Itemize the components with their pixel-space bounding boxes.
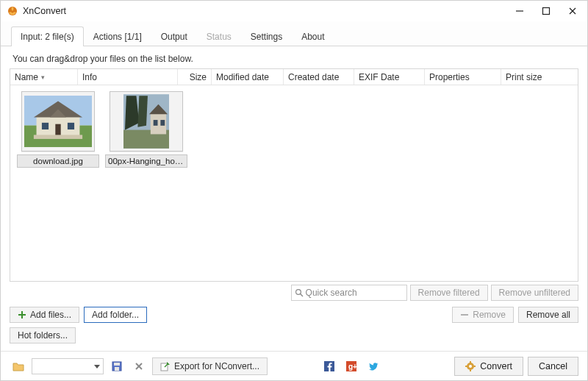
hot-folders-row: Hot folders... [10, 327, 578, 343]
quick-search-input[interactable]: Quick search [291, 285, 407, 301]
tab-strip: Input: 2 file(s) Actions [1/1] Output St… [1, 21, 587, 46]
column-modified-date[interactable]: Modified date [212, 69, 284, 85]
svg-marker-27 [94, 365, 100, 368]
footer-bar: Export for NConvert... g+ Convert Cancel [1, 352, 587, 380]
svg-point-22 [295, 290, 301, 295]
svg-rect-11 [68, 123, 74, 129]
filter-row: Quick search Remove filtered Remove unfi… [10, 285, 578, 301]
remove-all-button[interactable]: Remove all [518, 307, 578, 323]
svg-marker-17 [137, 96, 148, 127]
drag-drop-hint: You can drag&drop your files on the list… [12, 54, 578, 64]
svg-rect-29 [114, 363, 120, 366]
column-headers: Name ▾ Info Size Modified date Created d… [10, 69, 578, 85]
svg-rect-43 [473, 366, 476, 367]
column-name[interactable]: Name ▾ [10, 69, 78, 85]
svg-rect-20 [154, 120, 158, 126]
delete-preset-button[interactable] [130, 358, 148, 374]
open-folder-button[interactable] [10, 358, 27, 374]
file-tile[interactable]: 00px-Hanging_house.. [104, 91, 188, 174]
title-bar: XnConvert [1, 1, 587, 21]
svg-rect-25 [18, 314, 26, 316]
gear-icon [465, 361, 476, 371]
facebook-icon[interactable] [320, 358, 338, 374]
column-info[interactable]: Info [78, 69, 178, 85]
remove-unfiltered-button[interactable]: Remove unfiltered [491, 285, 578, 301]
search-icon [295, 288, 304, 297]
add-folder-button[interactable]: Add folder... [84, 307, 147, 323]
tab-settings[interactable]: Settings [241, 26, 292, 46]
app-icon [7, 5, 18, 17]
svg-rect-2 [543, 8, 550, 15]
svg-rect-10 [42, 123, 49, 129]
sort-indicator-icon: ▾ [41, 74, 45, 81]
file-caption: download.jpg [17, 154, 99, 168]
svg-text:g+: g+ [348, 363, 356, 371]
column-exif-date[interactable]: EXIF Date [354, 69, 425, 85]
remove-filtered-button[interactable]: Remove filtered [410, 285, 488, 301]
add-files-button[interactable]: Add files... [10, 307, 79, 323]
preset-combo[interactable] [32, 358, 104, 374]
thumbnail [21, 91, 95, 152]
svg-rect-26 [461, 314, 468, 316]
chevron-down-icon [94, 363, 100, 369]
svg-point-39 [469, 365, 472, 368]
close-button[interactable] [559, 1, 586, 21]
tab-output[interactable]: Output [151, 26, 197, 46]
tab-actions[interactable]: Actions [1/1] [84, 26, 151, 46]
add-remove-row: Add files... Add folder... Remove Remove… [10, 307, 578, 323]
column-size[interactable]: Size [178, 69, 212, 85]
column-created-date[interactable]: Created date [284, 69, 354, 85]
thumbnail-area[interactable]: download.jpg [10, 85, 578, 281]
google-plus-icon[interactable]: g+ [343, 358, 360, 374]
svg-rect-42 [465, 366, 467, 367]
svg-rect-30 [115, 367, 119, 371]
tab-input[interactable]: Input: 2 file(s) [11, 26, 84, 46]
svg-rect-41 [470, 369, 471, 371]
tab-about[interactable]: About [292, 26, 334, 46]
window-title: XnConvert [23, 6, 66, 16]
minimize-button[interactable] [506, 1, 533, 21]
minus-icon [460, 310, 469, 319]
export-nconvert-button[interactable]: Export for NConvert... [152, 357, 268, 375]
plus-icon [18, 310, 26, 319]
remove-button[interactable]: Remove [452, 307, 514, 323]
svg-line-23 [300, 294, 302, 296]
file-caption: 00px-Hanging_house.. [105, 154, 187, 168]
column-print-size[interactable]: Print size [501, 69, 578, 85]
svg-rect-13 [34, 135, 82, 139]
tab-status[interactable]: Status [197, 26, 241, 46]
input-panel: You can drag&drop your files on the list… [1, 46, 587, 352]
search-placeholder: Quick search [306, 288, 357, 298]
thumbnail [110, 91, 183, 152]
convert-button[interactable]: Convert [454, 357, 523, 376]
app-window: XnConvert Input: 2 file(s) Actions [1/1]… [0, 0, 588, 381]
twitter-icon[interactable] [365, 358, 382, 374]
file-list-panel: Name ▾ Info Size Modified date Created d… [10, 68, 578, 282]
svg-rect-12 [55, 124, 60, 137]
maximize-button[interactable] [533, 1, 559, 21]
cancel-button[interactable]: Cancel [528, 357, 578, 376]
hot-folders-button[interactable]: Hot folders... [10, 327, 76, 343]
file-tile[interactable]: download.jpg [16, 91, 100, 174]
column-properties[interactable]: Properties [425, 69, 501, 85]
svg-rect-40 [470, 361, 471, 363]
save-preset-button[interactable] [108, 358, 126, 374]
export-icon [160, 361, 171, 371]
svg-rect-21 [160, 120, 165, 126]
